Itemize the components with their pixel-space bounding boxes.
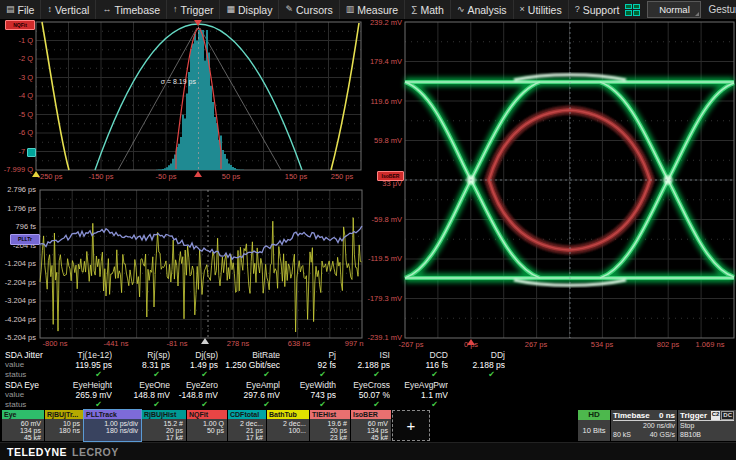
descriptor-rjbujtrack[interactable]: RjBUjTr... 10 ps180 ns	[45, 410, 83, 441]
eye-ytick: -179.3 mV	[364, 295, 402, 303]
measure-value: 2.188 ps	[448, 360, 505, 370]
display-grid-icon[interactable]	[625, 4, 640, 16]
jitter-histogram-bars	[150, 30, 250, 170]
eye-ytick: 59.8 mV	[364, 137, 402, 145]
trigger-mode: Stop	[680, 421, 694, 430]
measurement-table: SDA Jitter Tj(1e-12) Rj(sp) Dj(sp) BitRa…	[0, 348, 736, 410]
track-ytick: -1.204 ps	[0, 260, 36, 268]
vertical-icon: ↕	[47, 5, 52, 14]
descriptor-isober[interactable]: IsoBER 60 mV134 ps45 k#	[351, 410, 391, 441]
status-ok-icon: ✔	[64, 400, 112, 410]
status-ok-icon: ✔	[336, 370, 390, 380]
measure-value: 50.07 %	[336, 390, 390, 400]
jitter-track-plot[interactable]: 2.796 ps 1.796 ps 796 fs -204 fs -1.204 …	[0, 185, 365, 348]
menu-vertical[interactable]: ↕Vertical	[41, 0, 96, 19]
descriptor-eye[interactable]: Eye 60 mV134 ps45 k#	[2, 410, 44, 441]
eye-diagram-plot[interactable]: 239.2 mV 179.4 mV 119.6 mV 59.8 mV 33 μV…	[364, 20, 736, 350]
menu-measure[interactable]: ▥Measure	[340, 0, 405, 19]
menu-measure-label: Measure	[357, 4, 398, 16]
plltrack-trace-badge[interactable]: PLLTr	[10, 234, 40, 245]
col-header: EyeOne	[112, 380, 170, 390]
sda-jitter-row[interactable]: SDA Jitter Tj(1e-12) Rj(sp) Dj(sp) BitRa…	[0, 348, 736, 380]
col-header: Dj(sp)	[170, 350, 218, 360]
analysis-icon: ∿	[457, 5, 465, 14]
trigger-delay-marker[interactable]	[32, 171, 40, 177]
eye-ytick: -59.8 mV	[364, 216, 402, 224]
track-cursor-marker[interactable]	[201, 338, 209, 344]
value-label: value	[0, 390, 64, 400]
measure-value: 1.250 Gbit/sec	[218, 360, 280, 370]
descriptor-title: RjBUjHist	[142, 410, 186, 419]
measure-value: 116 fs	[390, 360, 448, 370]
descriptor-tiehist[interactable]: TIEHist 19.6 #20 ps23 k#	[310, 410, 350, 441]
menu-cursors[interactable]: ✎Cursors	[279, 0, 339, 19]
nq-ytick: -4 Q	[0, 92, 33, 100]
eye-ytick: 179.4 mV	[364, 58, 402, 66]
menu-vertical-label: Vertical	[55, 4, 89, 16]
normal-mode-button[interactable]: Normal	[647, 1, 701, 18]
descriptor-nqfit[interactable]: NQFit 1.00 Q50 ps	[187, 410, 227, 441]
trigger-title: Trigger	[680, 411, 707, 420]
descriptor-title: NQFit	[187, 410, 227, 419]
menu-timebase-label: Timebase	[114, 4, 160, 16]
descriptor-bathtub[interactable]: BathTub 2 dec...100...	[267, 410, 309, 441]
col-header: Pj	[280, 350, 336, 360]
menu-file[interactable]: ▤File	[0, 0, 41, 19]
nq-xtick: 150 ps	[274, 173, 318, 181]
trigger-icon: ↑	[173, 5, 178, 14]
isober-trace-badge[interactable]: IsoBER	[377, 171, 404, 181]
utilities-icon: ×	[520, 5, 525, 14]
menu-math[interactable]: ∑Math	[405, 0, 451, 19]
measure-value: 1.49 ps	[170, 360, 218, 370]
sda-eye-row[interactable]: SDA Eye EyeHeight EyeOne EyeZero EyeAmpl…	[0, 380, 736, 410]
descriptor-title: RjBUjTr...	[45, 410, 83, 419]
measure-value: 743 ps	[280, 390, 336, 400]
descriptor-cdftotal[interactable]: CDFtotal 2 dec...21 ps17 k#	[228, 410, 266, 441]
histogram-peak-marker[interactable]	[194, 20, 202, 26]
menu-support[interactable]: ?Support	[569, 0, 626, 19]
nq-jitter-histogram-plot[interactable]: σ = 8.19 ps -1 Q -2 Q -3 Q -4 Q -5 Q -6 …	[0, 20, 364, 185]
menu-trigger[interactable]: ↑Trigger	[167, 0, 220, 19]
menu-display[interactable]: ▦Display	[220, 0, 279, 19]
add-trace-button[interactable]: +	[392, 410, 430, 441]
descriptor-title: PLLTrack	[84, 410, 141, 419]
menu-trigger-label: Trigger	[181, 4, 214, 16]
measure-value: 297.6 mV	[218, 390, 280, 400]
menu-analysis[interactable]: ∿Analysis	[451, 0, 514, 19]
descriptor-plltrack[interactable]: PLLTrack 1.00 ps/div180 ns/div	[84, 410, 141, 441]
brand-teledyne: TELEDYNE	[7, 446, 67, 458]
menu-utilities[interactable]: ×Utilities	[514, 0, 569, 19]
measure-value: 265.9 mV	[64, 390, 112, 400]
status-ok-icon: ✔	[64, 370, 112, 380]
menu-timebase[interactable]: ↔Timebase	[96, 0, 167, 19]
empty-cell	[448, 380, 505, 390]
nq-ytick: -2 Q	[0, 55, 33, 63]
nqfit-trace-badge[interactable]: NQFit	[5, 20, 35, 30]
eye-grid	[405, 22, 734, 338]
timebase-box[interactable]: Timebase 0 ns 200 ns/div 80 kS40 GS/s	[611, 410, 677, 441]
group-label: SDA Jitter	[0, 350, 64, 360]
col-header: EyeHeight	[64, 380, 112, 390]
track-xtick: -800 ns	[33, 340, 77, 348]
timebase-offset: 0 ns	[659, 411, 675, 420]
trigger-box[interactable]: Trigger C2 DC Stop 8B10B	[678, 410, 736, 441]
eye-time-reference-marker[interactable]	[467, 339, 475, 345]
measure-value: 148.8 mV	[112, 390, 170, 400]
descriptor-rjbujhist[interactable]: RjBUjHist 15.2 #20 ps17 k#	[142, 410, 186, 441]
measure-value: 2.188 ps	[336, 360, 390, 370]
menu-analysis-label: Analysis	[467, 4, 506, 16]
nq-xtick: 50 ps	[209, 173, 253, 181]
timebase-samples: 80 kS	[613, 430, 631, 439]
col-header: DCD	[390, 350, 448, 360]
hd-mode-box[interactable]: HD 10 Bits	[578, 410, 610, 441]
status-ok-icon: ✔	[112, 400, 170, 410]
menu-support-label: Support	[583, 4, 620, 16]
nq-xtick: -150 ps	[79, 173, 123, 181]
track-ytick: 796 fs	[0, 223, 36, 231]
col-header: EyeWidth	[280, 380, 336, 390]
status-ok-icon: ✔	[170, 370, 218, 380]
nq-ytick: -3 Q	[0, 74, 33, 82]
track-ytick: -3.204 ps	[0, 297, 36, 305]
histogram-center-marker[interactable]	[194, 171, 202, 177]
status-ok-icon: ✔	[390, 400, 448, 410]
